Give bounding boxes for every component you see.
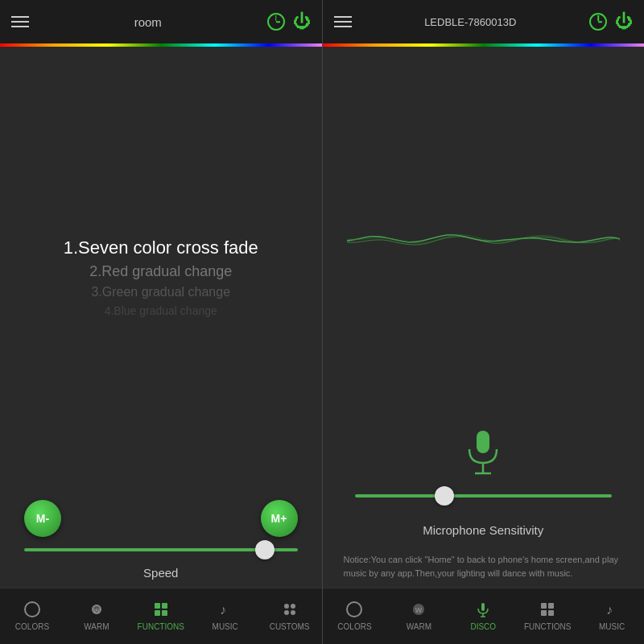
svg-rect-6 <box>155 610 160 616</box>
power-icon[interactable]: ⏻ <box>293 11 311 32</box>
right-nav-music[interactable]: ♪ MUSIC <box>580 588 644 644</box>
left-bottom-nav: COLORS W WARM FUNCTIONS <box>0 588 322 644</box>
left-panel: room ⏻ 1.Seven color cross fade 2.Red gr… <box>0 0 322 644</box>
nav-item-warm[interactable]: W WARM <box>64 588 129 644</box>
functions-icon <box>153 601 169 620</box>
right-functions-icon <box>539 601 555 620</box>
customs-nav-label: CUSTOMS <box>270 622 310 631</box>
sensitivity-slider-container <box>347 494 621 506</box>
customs-icon <box>282 601 298 620</box>
nav-item-colors[interactable]: COLORS <box>0 588 64 644</box>
alarm-icon[interactable] <box>267 13 285 31</box>
warm-nav-label: WARM <box>84 622 109 631</box>
m-minus-button[interactable]: M- <box>24 500 61 537</box>
svg-point-10 <box>291 604 295 609</box>
svg-rect-19 <box>481 603 485 611</box>
notice-text: Notice:You can click "Home" to back to p… <box>331 545 637 588</box>
speed-slider-track[interactable] <box>24 548 298 551</box>
svg-rect-5 <box>162 603 167 609</box>
right-colors-label: COLORS <box>337 622 371 631</box>
m-buttons-row: M- M+ <box>16 500 306 537</box>
colors-nav-label: COLORS <box>15 622 49 631</box>
waveform-area <box>331 55 637 427</box>
mode-list: 1.Seven color cross fade 2.Red gradual c… <box>16 63 306 500</box>
nav-item-customs[interactable]: CUSTOMS <box>258 588 322 644</box>
svg-rect-4 <box>155 603 160 609</box>
functions-nav-label: FUNCTIONS <box>138 622 184 631</box>
svg-text:W: W <box>415 606 423 614</box>
right-music-icon: ♪ <box>604 601 620 620</box>
svg-point-16 <box>347 602 361 617</box>
speed-slider-container <box>16 548 306 559</box>
svg-rect-13 <box>477 431 489 453</box>
right-nav-colors[interactable]: COLORS <box>323 588 387 644</box>
svg-rect-22 <box>541 603 547 609</box>
right-warm-icon: W <box>411 601 427 620</box>
music-nav-label: MUSIC <box>213 622 238 631</box>
waveform-svg <box>347 208 621 273</box>
nav-item-functions[interactable]: FUNCTIONS <box>129 588 193 644</box>
right-content: Microphone Sensitivity Notice:You can cl… <box>323 47 645 588</box>
svg-rect-23 <box>548 603 554 609</box>
right-hamburger-icon[interactable] <box>334 16 352 27</box>
right-warm-label: WARM <box>407 622 431 631</box>
svg-point-12 <box>291 610 295 615</box>
right-colors-icon <box>346 601 362 620</box>
svg-point-0 <box>25 602 39 617</box>
mode-item-2[interactable]: 2.Red gradual change <box>16 263 306 280</box>
speed-label: Speed <box>16 566 306 580</box>
right-nav-warm[interactable]: W WARM <box>386 588 451 644</box>
svg-rect-24 <box>541 610 547 616</box>
right-title: LEDBLE-7860013D <box>360 16 582 28</box>
music-icon: ♪ <box>217 601 233 620</box>
mic-section: Microphone Sensitivity <box>331 427 637 545</box>
speed-slider-thumb[interactable] <box>255 540 275 559</box>
svg-text:♪: ♪ <box>220 603 226 617</box>
warm-icon: W <box>89 601 105 620</box>
svg-rect-25 <box>548 610 554 616</box>
mode-item-1[interactable]: 1.Seven color cross fade <box>16 237 306 258</box>
sensitivity-slider-track[interactable] <box>355 494 613 497</box>
right-nav-disco[interactable]: DISCO <box>451 588 515 644</box>
svg-text:♪: ♪ <box>606 603 613 617</box>
right-nav-functions[interactable]: FUNCTIONS <box>515 588 580 644</box>
svg-point-9 <box>284 604 289 609</box>
colors-icon <box>24 601 40 620</box>
right-panel: LEDBLE-7860013D ⏻ <box>322 0 645 644</box>
svg-text:W: W <box>93 607 100 614</box>
right-power-icon[interactable]: ⏻ <box>615 11 633 32</box>
left-content: 1.Seven color cross fade 2.Red gradual c… <box>0 47 322 588</box>
hamburger-menu-icon[interactable] <box>11 16 29 27</box>
svg-point-11 <box>284 610 289 615</box>
microphone-icon <box>463 427 503 483</box>
m-plus-button[interactable]: M+ <box>261 500 298 537</box>
mode-item-4[interactable]: 4.Blue gradual change <box>16 304 306 317</box>
right-disco-icon <box>475 601 491 620</box>
right-music-label: MUSIC <box>599 622 625 631</box>
right-disco-label: DISCO <box>470 622 496 631</box>
nav-item-music[interactable]: ♪ MUSIC <box>193 588 258 644</box>
mode-item-3[interactable]: 3.Green gradual change <box>16 285 306 299</box>
sensitivity-slider-thumb[interactable] <box>435 486 454 506</box>
right-header: LEDBLE-7860013D ⏻ <box>323 0 645 43</box>
right-alarm-icon[interactable] <box>589 13 607 31</box>
right-bottom-nav: COLORS W WARM DISCO <box>323 588 645 644</box>
right-functions-label: FUNCTIONS <box>524 622 571 631</box>
left-title: room <box>37 15 259 29</box>
left-header: room ⏻ <box>0 0 322 43</box>
svg-rect-7 <box>162 610 167 616</box>
sensitivity-label: Microphone Sensitivity <box>423 523 543 537</box>
